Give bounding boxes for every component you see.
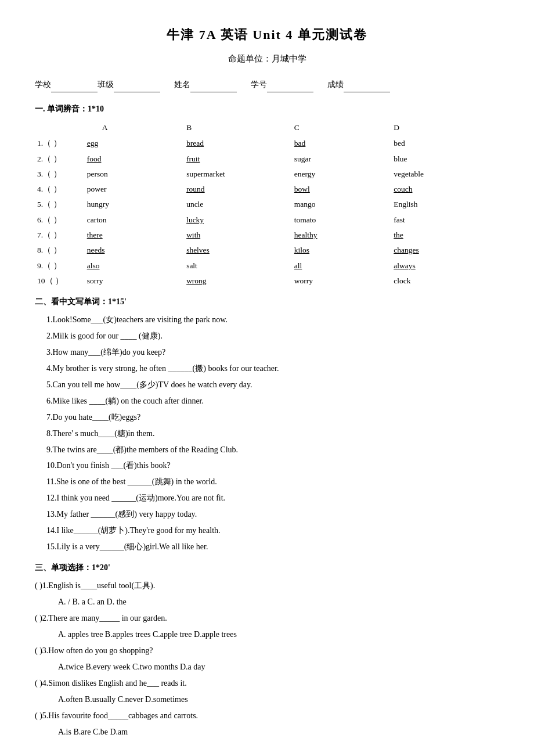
sentence-item: 9.The twins are____(都)the members of the… [46,442,499,458]
name-label: 姓名 [174,77,237,92]
table-row: 3.（ ）personsupermarketenergyvegetable [35,167,499,182]
choice-list: ( )1.English is____useful tool(工具).A. / … [35,578,499,739]
choice-options: A. / B. a C. an D. the [58,595,499,609]
sentence-item: 1.Look!Some___(女)teachers are visiting t… [46,312,499,327]
class-label: 班级 [98,77,160,92]
sentence-item: 8.There' s much____(糖)in them. [46,426,499,441]
section1-title: 一. 单词辨音：1*10 [35,102,499,116]
number-label: 学号 [251,77,313,92]
sentence-item: 4.My brother is very strong, he often __… [46,361,499,376]
sentence-item: 7.Do you hate____(吃)eggs? [46,410,499,425]
sentence-item: 12.I think you need ______(运动)more.You a… [46,491,499,506]
score-label: 成绩 [327,77,390,92]
sentence-item: 6.Mike likes ____(躺) on the couch after … [46,394,499,409]
table-row: 7.（ ）therewithhealthythe [35,228,499,243]
sentence-list: 1.Look!Some___(女)teachers are visiting t… [46,312,499,554]
vocab-table: A B C D 1.（ ）eggbreadbadbed2.（ ）foodfrui… [35,120,499,289]
choice-options: A. apples tree B.apples trees C.apple tr… [58,627,499,642]
table-row: 8.（ ）needsshelveskiloschanges [35,243,499,258]
sentence-item: 13.My father ______(感到) very happy today… [46,507,499,522]
info-row: 学校 班级 姓名 学号 成绩 [35,77,499,92]
choice-options: A.often B.usually C.never D.sometimes [58,692,499,707]
choice-options: A.twice B.every week C.two months D.a da… [58,660,499,674]
sentence-item: 15.Lily is a very______(细心)girl.We all l… [46,539,499,555]
school-label: 学校 [35,77,98,92]
section3-title: 三、单项选择：1*20' [35,560,499,575]
choice-stem: ( )5.His favourite food_____cabbages and… [35,708,499,723]
page-title: 牛津 7A 英语 Unit 4 单元测试卷 [35,23,499,46]
choice-stem: ( )1.English is____useful tool(工具). [35,578,499,593]
sentence-item: 3.How many___(绵羊)do you keep? [46,345,499,360]
sentence-item: 2.Milk is good for our ____ (健康). [46,329,499,344]
choice-stem: ( )3.How often do you go shopping? [35,643,499,658]
table-row: 2.（ ）foodfruitsugarblue [35,152,499,167]
table-row: 9.（ ）alsosaltallalways [35,258,499,273]
sentence-item: 5.Can you tell me how____(多少)TV does he … [46,377,499,393]
table-row: 4.（ ）powerroundbowlcouch [35,182,499,197]
sentence-item: 11.She is one of the best ______(跳舞) in … [46,474,499,489]
table-row: 1.（ ）eggbreadbadbed [35,136,499,151]
section3: 三、单项选择：1*20' ( )1.English is____useful t… [35,560,499,740]
section2-title: 二、看中文写单词：1*15' [35,294,499,309]
table-row: 5.（ ）hungryunclemangoEnglish [35,197,499,212]
choice-stem: ( )4.Simon dislikes English and he___ re… [35,676,499,691]
choice-options: A.is B.are C.be D.am [58,725,499,739]
subtitle: 命题单位：月城中学 [35,51,499,67]
sentence-item: 10.Don't you finish ___(看)this book? [46,458,499,473]
table-row: 6.（ ）cartonluckytomatofast [35,213,499,228]
section2: 二、看中文写单词：1*15' 1.Look!Some___(女)teachers… [35,294,499,555]
table-row: 10（ ）sorrywrongworryclock [35,273,499,289]
sentence-item: 14.I like______(胡萝卜).They're good for my… [46,523,499,538]
choice-stem: ( )2.There are many_____ in our garden. [35,611,499,626]
